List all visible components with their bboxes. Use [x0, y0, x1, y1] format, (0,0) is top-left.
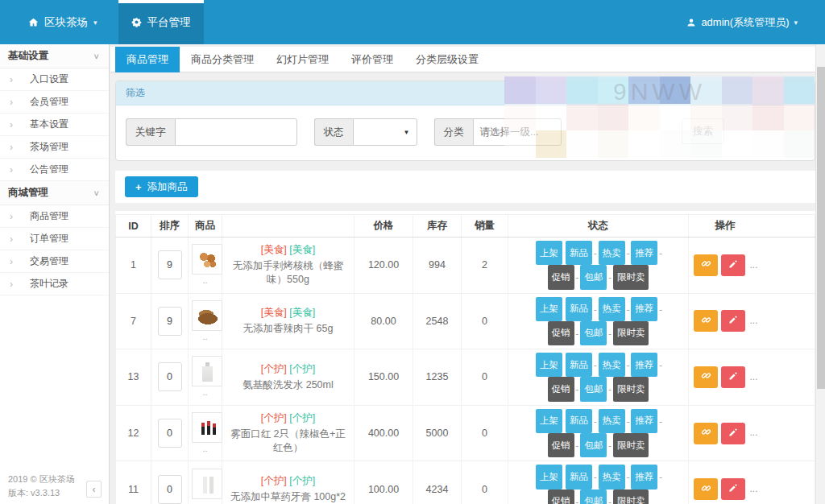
tab-4[interactable]: 评价管理: [340, 47, 404, 72]
sidebar-item[interactable]: ›入口设置: [0, 68, 109, 91]
status-badge[interactable]: 新品: [566, 297, 592, 321]
status-badge[interactable]: 包邮: [580, 265, 607, 289]
product-thumb[interactable]: [192, 469, 222, 499]
cell-price: 400.00: [354, 405, 413, 461]
sidebar-item[interactable]: ›会员管理: [0, 91, 109, 114]
status-badge[interactable]: 热卖: [599, 353, 625, 377]
status-badge[interactable]: 新品: [566, 353, 592, 377]
sidebar-item[interactable]: ›茶叶记录: [0, 273, 109, 295]
product-thumb[interactable]: [192, 300, 222, 331]
status-badge[interactable]: 热卖: [599, 465, 625, 489]
sidebar-item[interactable]: ›订单管理: [0, 228, 109, 250]
sidebar-item[interactable]: ›茶场管理: [0, 136, 109, 159]
vertical-scrollbar[interactable]: [815, 44, 825, 504]
user-menu[interactable]: admin(系统管理员) ▾: [686, 0, 798, 44]
product-tags: [个护] [个护]: [226, 411, 350, 425]
sort-input[interactable]: [158, 250, 182, 279]
cell-sales: 0: [462, 349, 508, 406]
sort-input[interactable]: [158, 307, 182, 336]
sidebar-item[interactable]: ›公告管理: [0, 159, 109, 181]
category-select[interactable]: 请选择一级...: [473, 118, 562, 146]
status-badge[interactable]: 上架: [536, 409, 562, 433]
status-badge[interactable]: 包邮: [580, 433, 607, 457]
brand-menu[interactable]: 区块茶场 ▾: [28, 0, 97, 44]
product-thumb[interactable]: [192, 412, 222, 443]
link-button[interactable]: [694, 310, 718, 332]
edit-button[interactable]: [721, 423, 745, 444]
status-badge[interactable]: 限时卖: [613, 377, 649, 401]
col-id: ID: [116, 215, 151, 238]
pencil-icon: [728, 371, 738, 383]
status-badge[interactable]: 推荐: [631, 353, 657, 377]
status-badge[interactable]: 推荐: [631, 297, 657, 321]
sidebar-item[interactable]: ›交易管理: [0, 250, 109, 273]
status-badge[interactable]: 限时卖: [613, 265, 649, 289]
more-actions[interactable]: ...: [749, 259, 757, 271]
tab-5[interactable]: 分类层级设置: [404, 47, 490, 72]
status-badge[interactable]: 上架: [536, 297, 562, 321]
status-badge[interactable]: 促销: [548, 321, 574, 345]
tab-1[interactable]: 商品管理: [115, 47, 180, 72]
badge-separator: -: [576, 440, 579, 450]
sidebar-section-header[interactable]: 商城管理˅: [0, 181, 109, 205]
link-button[interactable]: [694, 423, 718, 444]
sort-input[interactable]: [158, 362, 182, 391]
status-select[interactable]: ▼: [353, 118, 417, 146]
status-badge[interactable]: 上架: [536, 465, 562, 489]
keyword-input[interactable]: [175, 118, 297, 146]
sidebar-item[interactable]: ›商品管理: [0, 205, 109, 228]
status-badge[interactable]: 新品: [566, 409, 592, 433]
category-tag: [个护]: [261, 412, 287, 423]
edit-button[interactable]: [721, 366, 745, 388]
status-badge[interactable]: 促销: [548, 265, 574, 289]
status-badge[interactable]: 促销: [548, 433, 574, 457]
product-name: 无添加香辣肉干 65g: [226, 322, 350, 336]
status-badge[interactable]: 包邮: [580, 377, 607, 401]
status-badge[interactable]: 限时卖: [613, 433, 649, 457]
sort-input[interactable]: [158, 475, 182, 504]
status-badge[interactable]: 包邮: [580, 490, 607, 504]
sidebar-item[interactable]: ›基本设置: [0, 114, 109, 136]
nav-item-platform[interactable]: 平台管理: [118, 0, 204, 44]
link-button[interactable]: [694, 478, 718, 500]
add-product-button[interactable]: + 添加商品: [125, 176, 198, 197]
sidebar-collapse-button[interactable]: ‹: [86, 481, 102, 498]
link-button[interactable]: [694, 254, 718, 276]
more-actions[interactable]: ...: [749, 483, 757, 494]
status-badge[interactable]: 促销: [548, 490, 574, 504]
status-badge[interactable]: 包邮: [580, 321, 607, 345]
status-badge[interactable]: 推荐: [631, 241, 657, 265]
product-thumb[interactable]: [192, 244, 222, 275]
status-badge[interactable]: 促销: [548, 377, 574, 401]
sidebar-footer: 2019 © 区块茶场 版本: v3.3.13: [8, 473, 75, 499]
more-actions[interactable]: ...: [749, 427, 757, 438]
more-actions[interactable]: ...: [749, 371, 757, 382]
link-button[interactable]: [694, 366, 718, 388]
edit-button[interactable]: [721, 478, 745, 500]
status-badge[interactable]: 限时卖: [613, 321, 649, 345]
status-badge[interactable]: 推荐: [631, 409, 657, 433]
sidebar-section-header[interactable]: 基础设置˅: [0, 44, 109, 68]
badge-separator: -: [576, 272, 579, 282]
status-badge[interactable]: 新品: [566, 241, 592, 265]
status-badge[interactable]: 上架: [536, 353, 562, 377]
category-value: 请选择一级...: [480, 126, 539, 139]
tab-2[interactable]: 商品分类管理: [180, 47, 265, 72]
status-badge[interactable]: 限时卖: [613, 490, 649, 504]
status-badge[interactable]: 新品: [566, 465, 592, 489]
status-badge[interactable]: 热卖: [599, 241, 625, 265]
tab-3[interactable]: 幻灯片管理: [265, 47, 340, 72]
sort-input[interactable]: [158, 419, 182, 448]
edit-button[interactable]: [721, 254, 745, 276]
edit-button[interactable]: [721, 310, 745, 332]
status-badge[interactable]: 热卖: [599, 297, 625, 321]
search-button[interactable]: 搜索: [682, 118, 724, 144]
badge-separator: -: [627, 304, 630, 313]
status-badge[interactable]: 热卖: [599, 409, 625, 433]
cell-product: ..: [189, 405, 222, 461]
product-thumb[interactable]: [192, 356, 222, 386]
scrollbar-thumb[interactable]: [817, 67, 825, 389]
more-actions[interactable]: ...: [749, 315, 757, 326]
status-badge[interactable]: 上架: [536, 241, 562, 265]
status-badge[interactable]: 推荐: [631, 465, 657, 489]
